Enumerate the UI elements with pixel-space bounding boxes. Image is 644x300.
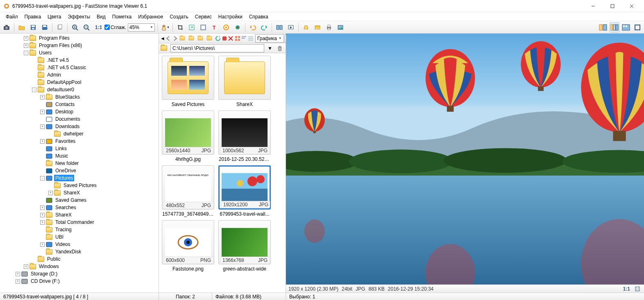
thumb-green-abstract-wide[interactable]: 1366x768JPGgreen-abstract-wide	[218, 220, 271, 272]
tree-node-onedrive[interactable]: OneDrive	[0, 167, 159, 174]
tree-node-saved-games[interactable]: Saved Games	[0, 196, 159, 204]
copy-icon[interactable]	[55, 23, 65, 32]
adjust-colors-icon[interactable]	[221, 23, 231, 32]
tree-node-sharex[interactable]: +ShareX	[0, 211, 159, 219]
menu-избранное[interactable]: Избранное	[135, 13, 166, 20]
zoom-out-icon[interactable]	[82, 23, 91, 32]
refresh-icon[interactable]	[215, 34, 221, 43]
tree-toggle-icon[interactable]: ◄	[160, 34, 165, 43]
nav-home-icon[interactable]	[188, 34, 196, 43]
tree-node-videos[interactable]: +Videos	[0, 241, 159, 248]
tree-node-music[interactable]: Music	[0, 152, 159, 160]
tree-node-defaultapppool[interactable]: DefaultAppPool	[0, 79, 159, 86]
tree-node-public[interactable]: Public	[0, 255, 159, 263]
actual-size-icon[interactable]: 1:1	[93, 23, 103, 32]
open-icon[interactable]	[17, 23, 27, 32]
menu-файл[interactable]: Файл	[2, 13, 21, 20]
view-large-icon[interactable]	[235, 34, 240, 43]
fit-icon[interactable]	[633, 285, 642, 293]
nav-back-icon[interactable]	[166, 34, 172, 43]
tree-node-contacts[interactable]: Contacts	[0, 101, 159, 108]
canvas-icon[interactable]	[198, 23, 208, 32]
nav-up-icon[interactable]	[179, 34, 187, 43]
menu-вид[interactable]: Вид	[93, 13, 109, 20]
layout-thumbs-icon[interactable]	[621, 23, 631, 32]
thumb-faststone-png[interactable]: 600x600PNGFaststone.png	[161, 220, 215, 272]
tree-node-saved-pictures[interactable]: Saved Pictures	[0, 182, 159, 189]
layout-browser-icon[interactable]	[598, 23, 608, 32]
menu-настройки[interactable]: Настройки	[215, 13, 246, 20]
thumb-15747739-3674894933---[interactable]: КАК НАЛИВАЮТ ОБЫЧНЫЕ ЛЮДИ:480x552JPG1574…	[161, 165, 215, 217]
tree-node-ubi[interactable]: UBI	[0, 233, 159, 241]
email-icon[interactable]	[313, 23, 322, 32]
scan-icon[interactable]	[301, 23, 311, 32]
tree-node-users[interactable]: -Users	[0, 49, 159, 56]
tree-node-cd-drive--f--[interactable]: +CD Drive (F:)	[0, 277, 159, 285]
tree-node-new-folder[interactable]: New folder	[0, 160, 159, 167]
menu-создать[interactable]: Создать	[166, 13, 192, 20]
path-input[interactable]: C:\Users\ \Pictures\	[170, 44, 264, 52]
folder-tree[interactable]: +Program Files+Program Files (x86)-Users…	[0, 34, 159, 293]
menu-сервис[interactable]: Сервис	[192, 13, 215, 20]
zoom-combo[interactable]: 45%▼	[128, 23, 155, 32]
tree-node-admin[interactable]: Admin	[0, 71, 159, 79]
tree-node-desktop[interactable]: +Desktop	[0, 108, 159, 115]
menu-справка[interactable]: Справка	[246, 13, 272, 20]
tree-node-bluestacks[interactable]: +BlueStacks	[0, 93, 159, 101]
hand-tool-icon[interactable]: ▼	[160, 23, 170, 32]
fav-folder-icon[interactable]	[197, 34, 205, 43]
layout-3pane-icon[interactable]	[610, 23, 619, 32]
text-icon[interactable]: T	[210, 23, 220, 32]
resize-icon[interactable]	[187, 23, 197, 32]
tree-node-yandexdisk[interactable]: YandexDisk	[0, 248, 159, 255]
thumb-2016-12-25-20-30-52-j---[interactable]: 1000x562JPG2016-12-25 20.30.52.j...	[218, 111, 271, 162]
menu-эффекты[interactable]: Эффекты	[65, 13, 94, 20]
preview-area[interactable]	[286, 34, 644, 284]
maximize-button[interactable]	[603, 0, 621, 12]
path-dropdown-icon[interactable]: ▼	[266, 44, 274, 52]
tree-node-program-files[interactable]: +Program Files	[0, 34, 159, 42]
save-icon[interactable]	[28, 23, 38, 32]
red-eye-icon[interactable]	[233, 23, 243, 32]
smoothing-checkbox[interactable]: Сглаж.	[104, 25, 126, 30]
thumb-sharex[interactable]: ShareX	[218, 56, 271, 107]
print-icon[interactable]	[324, 23, 334, 32]
zoom-in-icon[interactable]	[70, 23, 80, 32]
history-folder-icon[interactable]	[206, 34, 214, 43]
tree-node-sharex[interactable]: +ShareX	[0, 189, 159, 196]
view-list-icon[interactable]	[248, 34, 254, 43]
wallpaper-icon[interactable]	[336, 23, 345, 32]
thumbnails-area[interactable]: Saved PicturesShareX2560x1440JPG4hrlhgG.…	[159, 53, 286, 293]
minimize-button[interactable]	[584, 0, 602, 12]
delete-icon[interactable]	[228, 34, 233, 43]
tree-node-total-commander[interactable]: +Total Commander	[0, 219, 159, 226]
tree-node-program-files--x86-[interactable]: +Program Files (x86)	[0, 42, 159, 49]
redo-icon[interactable]	[259, 23, 269, 32]
menu-цвета[interactable]: Цвета	[44, 13, 64, 20]
view-small-icon[interactable]	[241, 34, 247, 43]
thumb-67999453-travel-wall---[interactable]: 1920x1200JPG67999453-travel-wall...	[218, 165, 271, 217]
nav-forward-icon[interactable]	[172, 34, 178, 43]
slideshow-icon[interactable]	[286, 23, 296, 32]
tree-node-downloads[interactable]: +Downloads	[0, 123, 159, 130]
thumb-4hrlhgg-jpg[interactable]: 2560x1440JPG4hrlhgG.jpg	[161, 111, 215, 162]
tree-node--net-v4-5-classic[interactable]: .NET v4.5 Classic	[0, 64, 159, 71]
tag-icon[interactable]	[222, 34, 227, 43]
menu-правка[interactable]: Правка	[21, 13, 45, 20]
tree-node-pictures[interactable]: -Pictures	[0, 174, 159, 182]
tree-node--net-v4-5[interactable]: .NET v4.5	[0, 56, 159, 64]
menu-пометка[interactable]: Пометка	[109, 13, 135, 20]
fullscreen-icon[interactable]	[633, 23, 642, 32]
acquire-icon[interactable]	[2, 23, 11, 32]
tree-node-links[interactable]: Links	[0, 145, 159, 152]
undo-icon[interactable]	[248, 23, 258, 32]
thumb-saved-pictures[interactable]: Saved Pictures	[161, 56, 215, 107]
tree-node-searches[interactable]: +Searches	[0, 204, 159, 211]
close-button[interactable]	[622, 0, 641, 12]
tree-node-favorites[interactable]: +Favorites	[0, 138, 159, 145]
tree-node-defaultuser0[interactable]: -defaultuser0	[0, 86, 159, 93]
tree-node-documents[interactable]: Documents	[0, 115, 159, 123]
compare-icon[interactable]	[274, 23, 284, 32]
save-as-icon[interactable]	[40, 23, 50, 32]
tree-node-storage--d--[interactable]: +Storage (D:)	[0, 270, 159, 277]
